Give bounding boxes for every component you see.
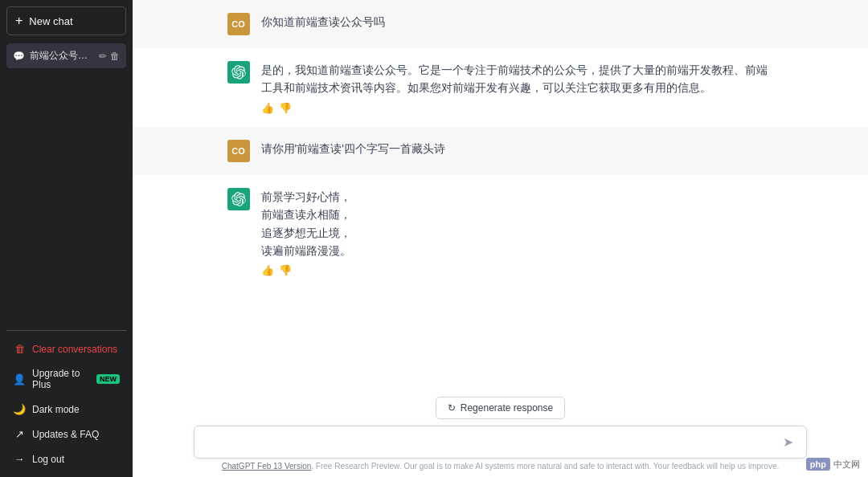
upgrade-label: Upgrade to Plus [32, 368, 87, 390]
chat-input[interactable] [204, 434, 780, 451]
main-content: CO 你知道前端查读公众号吗 是的，我知道前端查读公众号。它是一个专注于前端技术… [133, 0, 868, 477]
user-message-2: CO 请你用'前端查读'四个字写一首藏头诗 [133, 127, 868, 175]
poem-line-3: 追逐梦想无止境， [261, 224, 351, 242]
upgrade-button[interactable]: 👤 Upgrade to Plus NEW [6, 362, 126, 396]
external-link-icon: ↗ [13, 428, 26, 440]
edit-icon[interactable]: ✏ [99, 51, 107, 62]
ai-message-1: 是的，我知道前端查读公众号。它是一个专注于前端技术的公众号，提供了大量的前端开发… [133, 48, 868, 127]
refresh-icon: ↻ [448, 402, 456, 414]
clear-conversations-button[interactable]: 🗑 Clear conversations [6, 337, 126, 361]
regenerate-label: Regenerate response [461, 402, 553, 414]
dark-mode-button[interactable]: 🌙 Dark mode [6, 398, 126, 421]
php-cn-label: 中文网 [833, 459, 860, 471]
bottom-area: ↻ Regenerate response ➤ ChatGPT Feb 13 V… [133, 390, 868, 477]
chat-history-item[interactable]: 💬 前端公众号介绍 ✏ 🗑 [6, 43, 126, 68]
user-avatar-1: CO [227, 13, 250, 35]
user-message-text-1: 你知道前端查读公众号吗 [261, 13, 774, 31]
sidebar-bottom: 🗑 Clear conversations 👤 Upgrade to Plus … [6, 330, 126, 471]
poem-line-4: 读遍前端路漫漫。 [261, 242, 351, 259]
ai-avatar-1 [227, 61, 250, 84]
clear-label: Clear conversations [32, 344, 117, 355]
thumbdown-icon-2[interactable]: 👎 [279, 264, 292, 276]
new-chat-button[interactable]: + New chat [6, 6, 126, 35]
logout-icon: → [13, 453, 26, 465]
poem-line-2: 前端查读永相随， [261, 206, 351, 223]
footer: ChatGPT Feb 13 Version. Free Research Pr… [145, 459, 855, 474]
chat-input-row: ➤ [194, 426, 807, 459]
user-message-1: CO 你知道前端查读公众号吗 [133, 0, 868, 48]
logout-label: Log out [32, 454, 64, 465]
logout-button[interactable]: → Log out [6, 447, 126, 471]
moon-icon: 🌙 [13, 403, 26, 415]
ai-avatar-2 [227, 188, 250, 210]
regenerate-container: ↻ Regenerate response [145, 397, 855, 419]
trash-icon: 🗑 [13, 343, 26, 355]
php-logo: php 中文网 [806, 458, 860, 471]
ai-message-1-actions: 👍 👎 [261, 102, 774, 114]
footer-link[interactable]: ChatGPT Feb 13 Version [222, 462, 312, 471]
send-icon: ➤ [783, 435, 793, 449]
dark-mode-label: Dark mode [32, 404, 80, 415]
ai-message-poem: 前景学习好心情， 前端查读永相随， 追逐梦想无止境， 读遍前端路漫漫。 [261, 188, 351, 260]
user-avatar-text: CO [231, 19, 245, 29]
updates-faq-button[interactable]: ↗ Updates & FAQ [6, 422, 126, 446]
chat-bubble-icon: 💬 [13, 51, 25, 62]
sidebar: + New chat 💬 前端公众号介绍 ✏ 🗑 🗑 Clear convers… [0, 0, 133, 477]
ai-message-2: 前景学习好心情， 前端查读永相随， 追逐梦想无止境， 读遍前端路漫漫。 👍 👎 [133, 175, 868, 290]
poem-line-1: 前景学习好心情， [261, 188, 351, 206]
regenerate-button[interactable]: ↻ Regenerate response [436, 397, 565, 419]
ai-message-text-1: 是的，我知道前端查读公众号。它是一个专注于前端技术的公众号，提供了大量的前端开发… [261, 61, 774, 97]
new-chat-label: New chat [29, 15, 72, 27]
user-avatar-2: CO [227, 140, 250, 162]
user-message-text-2: 请你用'前端查读'四个字写一首藏头诗 [261, 140, 774, 157]
user-avatar-text-2: CO [231, 146, 245, 156]
delete-icon[interactable]: 🗑 [110, 51, 120, 62]
chat-item-label: 前端公众号介绍 [30, 49, 94, 63]
thumbdown-icon-1[interactable]: 👎 [279, 102, 292, 114]
footer-text: . Free Research Preview. Our goal is to … [311, 462, 779, 471]
send-button[interactable]: ➤ [780, 433, 796, 451]
thumbup-icon-1[interactable]: 👍 [261, 102, 274, 114]
thumbup-icon-2[interactable]: 👍 [261, 264, 274, 276]
messages-container: CO 你知道前端查读公众号吗 是的，我知道前端查读公众号。它是一个专注于前端技术… [133, 0, 868, 390]
ai-message-2-actions: 👍 👎 [261, 264, 351, 276]
php-badge: php [806, 458, 830, 471]
plus-icon: + [15, 14, 23, 28]
chat-history: 💬 前端公众号介绍 ✏ 🗑 [6, 43, 126, 330]
user-icon: 👤 [13, 373, 26, 385]
updates-label: Updates & FAQ [32, 429, 99, 440]
new-badge: NEW [96, 374, 120, 384]
